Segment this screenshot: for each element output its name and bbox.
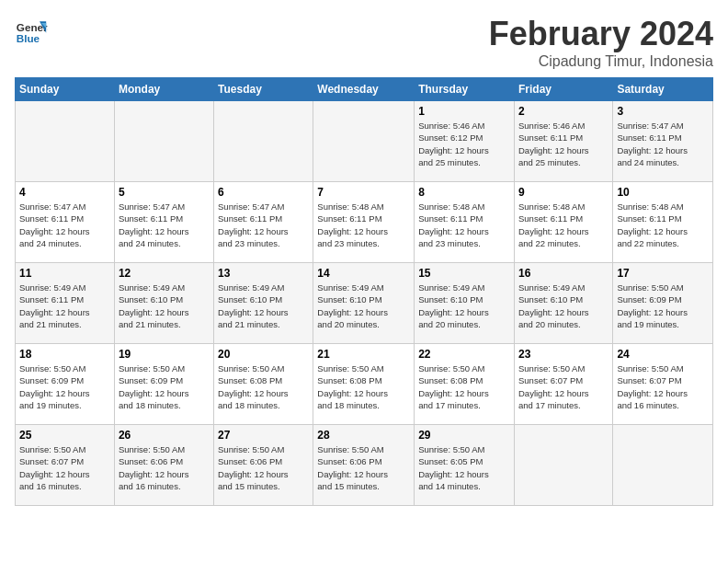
day-number: 9 — [518, 186, 609, 199]
calendar-cell: 3Sunrise: 5:47 AMSunset: 6:11 PMDaylight… — [613, 101, 713, 182]
calendar-table: SundayMondayTuesdayWednesdayThursdayFrid… — [15, 77, 713, 506]
calendar-cell — [16, 101, 115, 182]
calendar-cell: 7Sunrise: 5:48 AMSunset: 6:11 PMDaylight… — [313, 182, 415, 263]
calendar-cell: 9Sunrise: 5:48 AMSunset: 6:11 PMDaylight… — [514, 182, 612, 263]
calendar-cell: 1Sunrise: 5:46 AMSunset: 6:12 PMDaylight… — [415, 101, 515, 182]
calendar-cell: 13Sunrise: 5:49 AMSunset: 6:10 PMDayligh… — [214, 263, 313, 344]
day-info: Sunrise: 5:50 AMSunset: 6:08 PMDaylight:… — [317, 362, 410, 411]
calendar-cell: 26Sunrise: 5:50 AMSunset: 6:06 PMDayligh… — [114, 425, 213, 506]
day-info: Sunrise: 5:47 AMSunset: 6:11 PMDaylight:… — [119, 201, 210, 249]
weekday-header-row: SundayMondayTuesdayWednesdayThursdayFrid… — [16, 78, 713, 101]
logo-icon: General Blue — [15, 15, 48, 48]
day-info: Sunrise: 5:50 AMSunset: 6:08 PMDaylight:… — [418, 362, 510, 411]
calendar-cell — [313, 101, 415, 182]
calendar-cell: 19Sunrise: 5:50 AMSunset: 6:09 PMDayligh… — [114, 344, 213, 425]
day-number: 6 — [218, 186, 309, 199]
calendar-cell: 27Sunrise: 5:50 AMSunset: 6:06 PMDayligh… — [214, 425, 313, 506]
day-info: Sunrise: 5:50 AMSunset: 6:06 PMDaylight:… — [317, 443, 410, 492]
day-info: Sunrise: 5:48 AMSunset: 6:11 PMDaylight:… — [617, 201, 709, 249]
day-info: Sunrise: 5:48 AMSunset: 6:11 PMDaylight:… — [518, 201, 609, 249]
day-info: Sunrise: 5:49 AMSunset: 6:10 PMDaylight:… — [518, 282, 609, 330]
calendar-cell: 12Sunrise: 5:49 AMSunset: 6:10 PMDayligh… — [114, 263, 213, 344]
day-info: Sunrise: 5:50 AMSunset: 6:08 PMDaylight:… — [218, 362, 309, 411]
calendar-cell: 21Sunrise: 5:50 AMSunset: 6:08 PMDayligh… — [313, 344, 415, 425]
day-info: Sunrise: 5:50 AMSunset: 6:06 PMDaylight:… — [119, 443, 210, 492]
title-section: February 2024 Cipadung Timur, Indonesia — [489, 15, 713, 70]
day-info: Sunrise: 5:49 AMSunset: 6:10 PMDaylight:… — [119, 282, 210, 330]
day-info: Sunrise: 5:47 AMSunset: 6:11 PMDaylight:… — [617, 120, 709, 168]
calendar-cell: 24Sunrise: 5:50 AMSunset: 6:07 PMDayligh… — [613, 344, 713, 425]
day-info: Sunrise: 5:48 AMSunset: 6:11 PMDaylight:… — [317, 201, 410, 249]
calendar-cell: 11Sunrise: 5:49 AMSunset: 6:11 PMDayligh… — [16, 263, 115, 344]
calendar-cell: 23Sunrise: 5:50 AMSunset: 6:07 PMDayligh… — [514, 344, 612, 425]
calendar-week-2: 4Sunrise: 5:47 AMSunset: 6:11 PMDaylight… — [16, 182, 713, 263]
weekday-header-tuesday: Tuesday — [214, 78, 313, 101]
calendar-cell: 25Sunrise: 5:50 AMSunset: 6:07 PMDayligh… — [16, 425, 115, 506]
day-info: Sunrise: 5:50 AMSunset: 6:09 PMDaylight:… — [119, 362, 210, 411]
calendar-cell: 17Sunrise: 5:50 AMSunset: 6:09 PMDayligh… — [613, 263, 713, 344]
day-number: 22 — [418, 348, 510, 361]
day-info: Sunrise: 5:47 AMSunset: 6:11 PMDaylight:… — [19, 201, 110, 249]
day-info: Sunrise: 5:46 AMSunset: 6:11 PMDaylight:… — [518, 120, 609, 168]
calendar-cell — [514, 425, 612, 506]
calendar-cell: 2Sunrise: 5:46 AMSunset: 6:11 PMDaylight… — [514, 101, 612, 182]
weekday-header-saturday: Saturday — [613, 78, 713, 101]
calendar-cell: 4Sunrise: 5:47 AMSunset: 6:11 PMDaylight… — [16, 182, 115, 263]
day-number: 13 — [218, 267, 309, 280]
calendar-cell: 29Sunrise: 5:50 AMSunset: 6:05 PMDayligh… — [415, 425, 515, 506]
day-info: Sunrise: 5:50 AMSunset: 6:09 PMDaylight:… — [19, 362, 110, 411]
calendar-cell: 14Sunrise: 5:49 AMSunset: 6:10 PMDayligh… — [313, 263, 415, 344]
day-number: 2 — [518, 105, 609, 118]
calendar-week-3: 11Sunrise: 5:49 AMSunset: 6:11 PMDayligh… — [16, 263, 713, 344]
logo: General Blue — [15, 15, 48, 48]
calendar-cell: 18Sunrise: 5:50 AMSunset: 6:09 PMDayligh… — [16, 344, 115, 425]
day-info: Sunrise: 5:48 AMSunset: 6:11 PMDaylight:… — [418, 201, 510, 249]
weekday-header-friday: Friday — [514, 78, 612, 101]
svg-text:Blue: Blue — [17, 32, 40, 44]
day-number: 12 — [119, 267, 210, 280]
day-number: 4 — [19, 186, 110, 199]
calendar-cell: 22Sunrise: 5:50 AMSunset: 6:08 PMDayligh… — [415, 344, 515, 425]
calendar-cell — [613, 425, 713, 506]
calendar-cell: 15Sunrise: 5:49 AMSunset: 6:10 PMDayligh… — [415, 263, 515, 344]
day-number: 3 — [617, 105, 709, 118]
day-info: Sunrise: 5:49 AMSunset: 6:10 PMDaylight:… — [218, 282, 309, 330]
day-number: 1 — [418, 105, 510, 118]
weekday-header-wednesday: Wednesday — [313, 78, 415, 101]
calendar-cell: 10Sunrise: 5:48 AMSunset: 6:11 PMDayligh… — [613, 182, 713, 263]
day-info: Sunrise: 5:50 AMSunset: 6:07 PMDaylight:… — [518, 362, 609, 411]
day-info: Sunrise: 5:49 AMSunset: 6:10 PMDaylight:… — [418, 282, 510, 330]
day-info: Sunrise: 5:50 AMSunset: 6:07 PMDaylight:… — [19, 443, 110, 492]
weekday-header-monday: Monday — [114, 78, 213, 101]
day-number: 25 — [19, 429, 110, 442]
day-number: 27 — [218, 429, 309, 442]
day-number: 7 — [317, 186, 410, 199]
day-number: 19 — [119, 348, 210, 361]
location-title: Cipadung Timur, Indonesia — [489, 53, 713, 70]
day-number: 23 — [518, 348, 609, 361]
weekday-header-sunday: Sunday — [16, 78, 115, 101]
calendar-cell: 28Sunrise: 5:50 AMSunset: 6:06 PMDayligh… — [313, 425, 415, 506]
day-number: 14 — [317, 267, 410, 280]
calendar-body: 1Sunrise: 5:46 AMSunset: 6:12 PMDaylight… — [16, 101, 713, 506]
day-number: 8 — [418, 186, 510, 199]
month-title: February 2024 — [489, 15, 713, 53]
calendar-cell: 16Sunrise: 5:49 AMSunset: 6:10 PMDayligh… — [514, 263, 612, 344]
day-number: 29 — [418, 429, 510, 442]
calendar-week-5: 25Sunrise: 5:50 AMSunset: 6:07 PMDayligh… — [16, 425, 713, 506]
day-number: 21 — [317, 348, 410, 361]
day-number: 20 — [218, 348, 309, 361]
day-number: 24 — [617, 348, 709, 361]
calendar-week-4: 18Sunrise: 5:50 AMSunset: 6:09 PMDayligh… — [16, 344, 713, 425]
calendar-cell: 6Sunrise: 5:47 AMSunset: 6:11 PMDaylight… — [214, 182, 313, 263]
day-info: Sunrise: 5:49 AMSunset: 6:10 PMDaylight:… — [317, 282, 410, 330]
day-number: 26 — [119, 429, 210, 442]
day-info: Sunrise: 5:46 AMSunset: 6:12 PMDaylight:… — [418, 120, 510, 168]
day-number: 17 — [617, 267, 709, 280]
calendar-week-1: 1Sunrise: 5:46 AMSunset: 6:12 PMDaylight… — [16, 101, 713, 182]
calendar-cell: 8Sunrise: 5:48 AMSunset: 6:11 PMDaylight… — [415, 182, 515, 263]
day-info: Sunrise: 5:47 AMSunset: 6:11 PMDaylight:… — [218, 201, 309, 249]
day-number: 5 — [119, 186, 210, 199]
day-number: 18 — [19, 348, 110, 361]
day-info: Sunrise: 5:50 AMSunset: 6:05 PMDaylight:… — [418, 443, 510, 492]
